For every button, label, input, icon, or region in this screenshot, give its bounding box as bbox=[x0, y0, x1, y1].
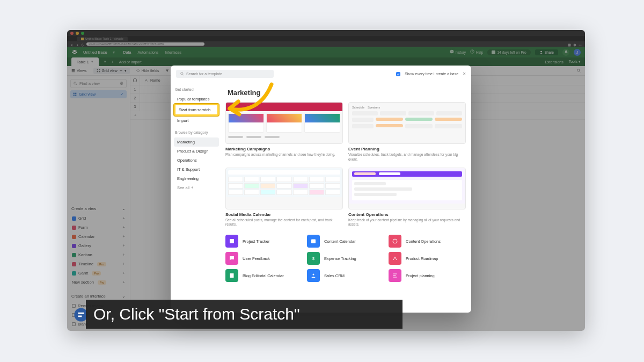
cat-marketing[interactable]: Marketing bbox=[174, 137, 219, 147]
svg-point-25 bbox=[181, 73, 183, 75]
template-mini-content-calendar[interactable]: Content Calendar bbox=[307, 235, 384, 248]
template-modal: Search for a template Show every time I … bbox=[171, 66, 471, 313]
cat-it-support[interactable]: IT & Support bbox=[174, 165, 219, 174]
cat-engineering[interactable]: Engineering bbox=[174, 174, 219, 183]
template-mini-user-feedback[interactable]: User Feedback bbox=[225, 252, 303, 265]
template-card-content-operations[interactable]: Content Operations Keep track of your co… bbox=[348, 168, 466, 228]
caption-text: Or, Click "Start from Scratch" bbox=[93, 305, 300, 323]
get-started-header: Get started bbox=[175, 88, 218, 91]
svg-rect-27 bbox=[311, 240, 316, 244]
template-mini-expense-tracking[interactable]: $Expense Tracking bbox=[307, 252, 384, 265]
template-mini-project-planning[interactable]: Project planning bbox=[389, 269, 466, 282]
tutorial-caption: Or, Click "Start from Scratch" bbox=[86, 300, 402, 329]
template-mini-content-operations[interactable]: Content Operations bbox=[389, 235, 466, 248]
start-from-scratch-item[interactable]: Start from scratch bbox=[174, 104, 219, 116]
template-mini-sales-crm[interactable]: Sales CRM bbox=[307, 269, 384, 282]
import-item[interactable]: Import bbox=[174, 116, 219, 125]
svg-point-31 bbox=[313, 274, 314, 276]
cat-operations[interactable]: Operations bbox=[174, 156, 219, 165]
gallery-title: Marketing bbox=[228, 89, 466, 97]
template-sidebar: Get started Popular templates Start from… bbox=[171, 82, 222, 313]
template-search-input[interactable]: Search for a template bbox=[176, 70, 274, 78]
template-card-marketing-campaigns[interactable]: Marketing Campaigns Plan campaigns acros… bbox=[225, 102, 343, 162]
popular-templates-item[interactable]: Popular templates bbox=[174, 95, 219, 104]
template-mini-product-roadmap[interactable]: Product Roadmap bbox=[389, 252, 466, 265]
close-icon[interactable]: × bbox=[463, 71, 466, 77]
svg-rect-30 bbox=[230, 273, 234, 278]
template-card-event-planning[interactable]: ScheduleSpeakers Event Planning Visualiz… bbox=[348, 102, 466, 162]
template-mini-blog-editorial[interactable]: Blog Editorial Calendar bbox=[225, 269, 303, 282]
browse-header: Browse by category bbox=[175, 131, 218, 134]
template-card-social-media-calendar[interactable]: Social Media Calendar See all scheduled … bbox=[225, 168, 343, 228]
show-every-time-label: Show every time I create a base bbox=[405, 72, 458, 76]
see-all-link[interactable]: See all + bbox=[174, 183, 219, 192]
show-every-time-checkbox[interactable] bbox=[396, 72, 400, 76]
svg-text:$: $ bbox=[312, 257, 314, 260]
svg-point-28 bbox=[393, 239, 397, 243]
cat-product-design[interactable]: Product & Design bbox=[174, 147, 219, 156]
svg-rect-26 bbox=[230, 239, 234, 243]
template-gallery: Marketing Marketing Campaigns Plan campa… bbox=[222, 82, 471, 313]
template-mini-project-tracker[interactable]: Project Tracker bbox=[225, 235, 303, 248]
